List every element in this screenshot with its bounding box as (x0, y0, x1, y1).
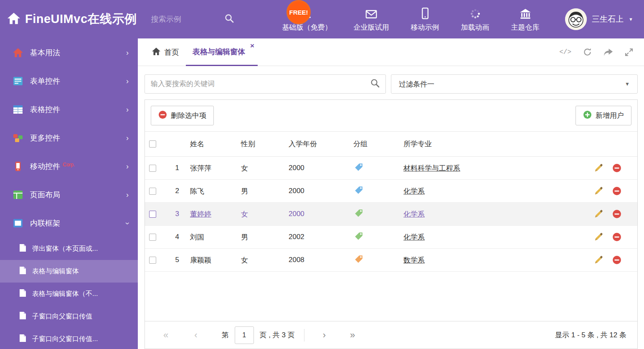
page-label-before: 第 (222, 330, 229, 340)
table-row[interactable]: 2 陈飞 男 2000 化学系 (145, 180, 637, 203)
prev-page-icon[interactable]: ‹ (194, 330, 197, 341)
share-arrow-icon[interactable] (603, 48, 613, 56)
table-row[interactable]: 4 刘国 男 2002 化学系 (145, 226, 637, 249)
sidebar-subitem-grid-edit-window-2[interactable]: 表格与编辑窗体（不... (0, 283, 138, 305)
close-icon[interactable]: × (250, 42, 254, 49)
row-checkbox[interactable] (149, 211, 156, 218)
sidebar-subitem-grid-edit-window[interactable]: 表格与编辑窗体 (0, 260, 138, 283)
table-row[interactable]: 1 张萍萍 女 2000 材料科学与工程系 (145, 157, 637, 180)
sidebar-item-page-layout[interactable]: 页面布局 › (0, 181, 138, 209)
chevron-right-icon: › (126, 134, 129, 143)
sidebar-item-form-controls[interactable]: 表单控件 › (0, 67, 138, 95)
chevron-right-icon: › (126, 105, 129, 114)
expand-icon[interactable] (625, 48, 633, 56)
delete-selected-button[interactable]: 删除选中项 (151, 106, 214, 125)
sidebar-item-basic-usage[interactable]: 基本用法 › (0, 38, 138, 67)
delete-icon[interactable] (612, 209, 621, 219)
row-number: 2 (164, 187, 186, 195)
chevron-right-icon: › (126, 162, 129, 171)
delete-icon[interactable] (612, 255, 621, 265)
select-all-checkbox[interactable] (149, 140, 156, 148)
layout-icon (13, 190, 23, 199)
page-content: 过滤条件一 ▼ 删除选中项 新增用户 (138, 66, 644, 349)
main-area: 首页 表格与编辑窗体 × </> (138, 38, 644, 349)
last-page-icon[interactable]: » (350, 330, 355, 341)
nav-mobile-demo[interactable]: 移动示例 (411, 7, 439, 32)
sidebar-item-grid-controls[interactable]: 表格控件 › (0, 95, 138, 124)
chevron-right-icon: › (126, 77, 129, 86)
edit-icon[interactable] (594, 232, 603, 242)
blocks-icon (13, 133, 23, 143)
edit-icon[interactable] (594, 209, 603, 219)
sidebar-item-inline-frame[interactable]: 内联框架 › (0, 209, 138, 237)
add-user-button[interactable]: 新增用户 (576, 106, 631, 125)
table-row-selected[interactable]: 3 董婷婷 女 2000 化学系 (145, 203, 637, 226)
table-header-row: 姓名 性别 入学年份 分组 所学专业 (145, 131, 637, 157)
nav-theme-store[interactable]: 主题仓库 (511, 7, 540, 32)
major-link[interactable]: 数学系 (403, 256, 425, 264)
corp-badge: Corp. (63, 162, 75, 168)
col-header-name: 姓名 (186, 139, 237, 149)
major-link[interactable]: 化学系 (403, 210, 425, 218)
sidebar-item-more-controls[interactable]: 更多控件 › (0, 124, 138, 152)
tab-grid-edit-window[interactable]: 表格与编辑窗体 × (186, 38, 258, 66)
next-page-icon[interactable]: › (323, 330, 326, 341)
edit-icon[interactable] (594, 163, 603, 173)
keyword-search-input[interactable] (151, 80, 370, 88)
brand[interactable]: FineUIMvc在线示例 (0, 11, 137, 28)
sidebar-item-mobile-controls[interactable]: 移动控件 Corp. › (0, 152, 138, 181)
cell-gender: 女 (237, 209, 284, 219)
col-header-year: 入学年份 (284, 139, 349, 149)
source-code-icon[interactable]: </> (559, 48, 571, 56)
first-page-icon[interactable]: « (163, 330, 168, 341)
edit-icon[interactable] (594, 255, 603, 265)
sidebar-subitem-child-to-parent[interactable]: 子窗口向父窗口传值 (0, 305, 138, 328)
cell-year: 2008 (284, 256, 349, 264)
page-label-after: 页 , 共 3 页 (260, 330, 295, 340)
home-icon (152, 48, 160, 57)
delete-icon[interactable] (612, 163, 621, 173)
tag-icon (354, 232, 363, 243)
file-icon (19, 334, 26, 344)
nav-loading-animation[interactable]: 加载动画 (461, 7, 489, 32)
edit-icon[interactable] (594, 186, 603, 196)
tab-home[interactable]: 首页 (145, 38, 186, 66)
cell-name: 董婷婷 (186, 209, 237, 219)
nav-label: 加载动画 (461, 23, 489, 32)
cell-gender: 男 (237, 186, 284, 196)
nav-label: 基础版（免费） (282, 23, 332, 32)
user-menu[interactable]: 三生石上 ▼ (565, 8, 644, 30)
nav-enterprise-trial[interactable]: 企业版试用 (354, 7, 389, 32)
cell-gender: 男 (237, 232, 284, 242)
tag-icon (354, 209, 363, 220)
cell-gender: 女 (237, 163, 284, 173)
plus-circle-icon (583, 110, 592, 121)
col-header-major: 所学专业 (399, 139, 591, 149)
cell-year: 2000 (284, 164, 349, 172)
row-checkbox[interactable] (149, 165, 156, 172)
caret-down-icon: ▼ (625, 81, 630, 87)
major-link[interactable]: 化学系 (403, 233, 425, 241)
cell-name: 张萍萍 (186, 163, 237, 173)
search-icon[interactable] (370, 79, 380, 89)
sidebar-subitem-popup-window[interactable]: 弹出窗体（本页面或... (0, 237, 138, 260)
header-nav: 基础版（免费） 企业版试用 移动示例 加载动画 (282, 7, 540, 32)
mobile-icon (421, 7, 429, 19)
search-icon[interactable] (225, 14, 234, 25)
filter-dropdown[interactable]: 过滤条件一 ▼ (391, 74, 638, 94)
record-summary: 显示 1 - 5 条 , 共 12 条 (555, 330, 630, 340)
file-icon (19, 311, 26, 321)
file-icon (19, 289, 26, 299)
header-search-input[interactable] (151, 15, 214, 24)
sidebar-subitem-child-to-parent-2[interactable]: 子窗口向父窗口传值... (0, 328, 138, 349)
row-checkbox[interactable] (149, 257, 156, 264)
table-row[interactable]: 5 康颖颖 女 2008 数学系 (145, 249, 637, 272)
major-link[interactable]: 化学系 (403, 187, 425, 195)
delete-icon[interactable] (612, 186, 621, 196)
page-number-input[interactable] (235, 326, 254, 344)
refresh-icon[interactable] (583, 48, 592, 56)
row-checkbox[interactable] (149, 234, 156, 241)
delete-icon[interactable] (612, 232, 621, 242)
row-checkbox[interactable] (149, 188, 156, 195)
major-link[interactable]: 材料科学与工程系 (403, 164, 460, 172)
